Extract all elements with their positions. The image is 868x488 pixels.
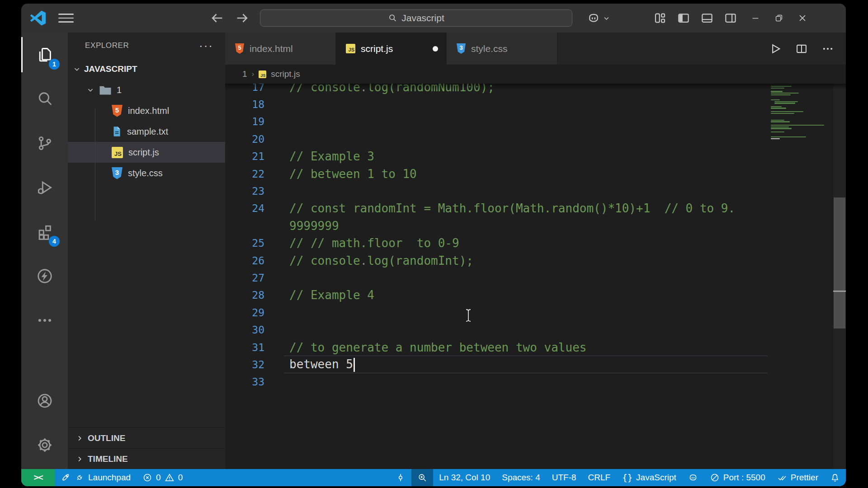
code-line-21[interactable]: 21// Example 3 <box>225 148 846 165</box>
search-icon <box>388 14 397 23</box>
debug-icon <box>36 179 53 196</box>
js-file-icon: JS <box>112 147 123 158</box>
code-line-24-wrap[interactable]: 9999999 <box>225 217 846 235</box>
code-line-20[interactable]: 20 <box>225 130 846 148</box>
forward-arrow-icon[interactable] <box>235 10 250 26</box>
customize-layout-icon[interactable] <box>653 11 667 25</box>
code-line-32[interactable]: 32between 5 <box>225 356 846 373</box>
file-name: script.js <box>128 147 159 158</box>
menu-hamburger-icon[interactable] <box>58 11 74 25</box>
tab-index.html[interactable]: 5index.html <box>225 33 336 65</box>
circle-slash-icon <box>710 473 720 483</box>
code-editor[interactable]: 17// console.log(randomNum100);18192021/… <box>225 84 846 469</box>
toggle-secondary-sidebar-icon[interactable] <box>724 11 737 25</box>
minimize-button[interactable] <box>744 5 767 31</box>
minimap[interactable] <box>771 86 830 149</box>
status-indentation[interactable]: Spaces: 4 <box>496 469 546 486</box>
code-line-29[interactable]: 29 <box>225 304 846 321</box>
status-cursor-position[interactable]: Ln 32, Col 10 <box>433 469 496 486</box>
folder-row[interactable]: 1 <box>68 80 225 100</box>
toggle-sidebar-icon[interactable] <box>677 11 690 25</box>
toggle-panel-icon[interactable] <box>700 11 714 25</box>
minimap-line <box>771 106 782 107</box>
editor-more-actions-icon[interactable] <box>821 42 834 55</box>
activity-settings[interactable] <box>21 423 68 467</box>
activity-explorer[interactable]: 1 <box>21 33 68 77</box>
status-live-server-port[interactable]: Port : 5500 <box>704 469 771 486</box>
activity-account[interactable] <box>21 379 68 423</box>
warning-icon <box>165 473 175 483</box>
activity-run-debug[interactable] <box>21 165 68 210</box>
code-line-28[interactable]: 28// Example 4 <box>225 286 846 304</box>
code-line-30[interactable]: 30 <box>225 321 846 339</box>
minimap-line <box>771 108 786 108</box>
remote-indicator[interactable]: >< <box>21 469 55 486</box>
line-text: // Example 3 <box>264 150 374 163</box>
restore-button[interactable] <box>767 5 791 31</box>
code-line-31[interactable]: 31// to generate a number between two va… <box>225 338 846 356</box>
scrollbar-thumb[interactable] <box>834 197 845 328</box>
breadcrumb-root[interactable]: 1 <box>242 69 247 79</box>
status-label: UTF-8 <box>552 473 576 483</box>
tab-script.js[interactable]: JSscript.js <box>336 33 447 65</box>
code-line-18[interactable]: 18 <box>225 95 846 113</box>
minimap-line <box>771 113 794 114</box>
split-editor-icon[interactable] <box>795 42 808 55</box>
status-launchpad[interactable]: Launchpad <box>55 469 137 486</box>
section-outline[interactable]: OUTLINE <box>68 427 225 448</box>
code-line-33[interactable]: 33 <box>225 373 846 391</box>
activity-more[interactable] <box>21 298 68 343</box>
file-item-index.html[interactable]: 5index.html <box>68 100 225 121</box>
status-language-mode[interactable]: {}JavaScript <box>616 469 682 486</box>
tab-style.css[interactable]: 3style.css <box>447 33 557 65</box>
status-notifications[interactable] <box>824 469 846 486</box>
html-file-icon: 5 <box>235 43 244 54</box>
breadcrumb[interactable]: 1 › JS script.js <box>225 65 846 84</box>
breadcrumb-file[interactable]: script.js <box>271 69 300 79</box>
status-encoding[interactable]: UTF-8 <box>546 469 582 486</box>
code-line-25[interactable]: 25// // math.floor to 0-9 <box>225 235 846 252</box>
ellipsis-icon <box>36 312 53 329</box>
code-line-23[interactable]: 23 <box>225 182 846 200</box>
code-line-26[interactable]: 26// console.log(randomInt); <box>225 252 846 269</box>
vertical-scrollbar[interactable] <box>833 84 846 469</box>
copilot-menu[interactable] <box>587 11 610 25</box>
explorer-title: EXPLORER <box>85 41 129 50</box>
editor-group: 5index.htmlJSscript.js3style.css 1 › JS … <box>225 33 846 469</box>
file-item-style.css[interactable]: 3style.css <box>68 163 225 183</box>
extensions-badge: 4 <box>49 236 60 247</box>
title-bar: Javascript <box>21 4 846 33</box>
css-file-icon: 3 <box>457 43 466 54</box>
status-copilot-status[interactable] <box>682 469 704 486</box>
file-item-sample.txt[interactable]: sample.txt <box>68 121 225 142</box>
close-button[interactable] <box>791 5 814 31</box>
status-label: Launchpad <box>88 473 131 483</box>
indent-guide <box>95 108 95 221</box>
code-line-24[interactable]: 24// const randomInt = Math.floor(Math.r… <box>225 200 846 217</box>
line-text: // // math.floor to 0-9 <box>264 236 459 250</box>
command-center-search[interactable]: Javascript <box>260 9 572 27</box>
workspace-row[interactable]: JAVASCRIPT <box>68 59 225 80</box>
activity-source-control[interactable] <box>21 121 68 165</box>
code-line-19[interactable]: 19 <box>225 113 846 131</box>
code-line-27[interactable]: 27 <box>225 269 846 286</box>
overview-cursor-marker <box>833 291 846 292</box>
back-arrow-icon[interactable] <box>209 10 225 26</box>
section-timeline[interactable]: TIMELINE <box>68 448 225 469</box>
vscode-logo-icon <box>30 10 46 26</box>
explorer-more-actions-icon[interactable]: ··· <box>199 43 213 48</box>
status-problems[interactable]: 00 <box>137 469 189 486</box>
activity-search[interactable] <box>21 77 68 121</box>
code-line-22[interactable]: 22// between 1 to 10 <box>225 165 846 183</box>
status-zoom-level[interactable] <box>411 469 433 486</box>
activity-extensions[interactable]: 4 <box>21 210 68 254</box>
file-item-script.js[interactable]: JSscript.js <box>68 142 225 163</box>
minimap-line <box>771 127 789 127</box>
status-screencast[interactable] <box>390 469 411 486</box>
source-control-icon <box>36 135 53 152</box>
status-prettier[interactable]: Prettier <box>771 469 824 486</box>
run-code-icon[interactable] <box>769 42 782 55</box>
modified-dot-icon[interactable] <box>433 46 438 52</box>
activity-thunder-client[interactable] <box>21 254 68 298</box>
status-eol[interactable]: CRLF <box>582 469 617 486</box>
